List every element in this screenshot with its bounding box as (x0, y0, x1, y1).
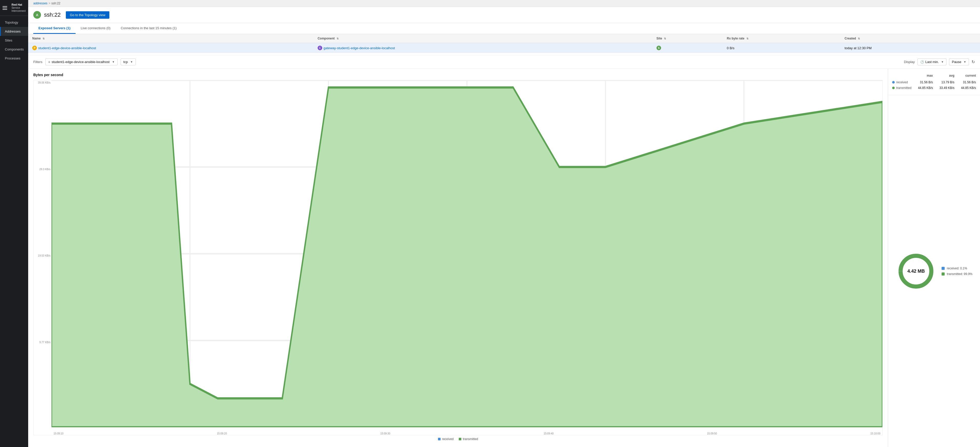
component-badge: C (318, 46, 322, 50)
main-content: addresses > ssh:22 A ssh:22 Go to the To… (28, 0, 980, 447)
x-label-5: 15:10:00 (870, 432, 880, 435)
stats-header: max avg current (892, 73, 976, 80)
stats-dot-received (892, 81, 895, 83)
tabs-bar: Exposed Servers (1) Live connections (0)… (28, 23, 980, 34)
donut-legend-transmitted: transmitted: 99.9% (942, 272, 972, 276)
sort-rx-icon: ⇅ (746, 37, 748, 40)
y-label-4: 39.06 KB/s (33, 81, 51, 84)
tab-recent-connections[interactable]: Connections in the last 15 minutes (1) (116, 23, 181, 34)
chart-svg (51, 80, 882, 427)
col-header-created[interactable]: Created ⇅ (840, 34, 980, 43)
cell-site: S (652, 43, 723, 53)
component-link[interactable]: gateway-student1-edge-device-ansible-loc… (323, 46, 395, 50)
sidebar-item-addresses[interactable]: Addresses (0, 27, 28, 36)
pause-label: Pause (952, 60, 961, 64)
refresh-icon[interactable]: ↻ (972, 59, 975, 64)
hamburger-icon[interactable] (3, 6, 7, 10)
chart-title: Bytes per second (33, 73, 883, 77)
table-row[interactable]: P student1-edge-device-ansible-localhost… (28, 43, 980, 53)
donut-legend: received: 0.1% transmitted: 99.9% (942, 267, 972, 276)
filter-protocol-select[interactable]: tcp ▼ (121, 58, 136, 65)
redhat-logo (9, 4, 10, 12)
filter-protocol-value: tcp (124, 60, 128, 64)
stats-header-avg: avg (934, 74, 955, 77)
cell-created: today at 12:30 PM (840, 43, 980, 53)
x-label-3: 15:09:40 (544, 432, 554, 435)
legend-transmitted-dot (459, 438, 461, 440)
name-badge: P (32, 46, 37, 50)
col-header-name[interactable]: Name ⇅ (28, 34, 313, 43)
time-display-select[interactable]: 🕐 Last min. ▼ (918, 58, 947, 65)
col-header-site[interactable]: Site ⇅ (652, 34, 723, 43)
x-label-4: 15:09:50 (707, 432, 717, 435)
donut-chart: 4.42 MB (896, 251, 937, 292)
breadcrumb-parent-link[interactable]: addresses (33, 2, 48, 5)
breadcrumb-separator: > (48, 2, 50, 5)
sort-component-icon: ⇅ (337, 37, 339, 40)
cell-rx-rate: 0 B/s (723, 43, 841, 53)
breadcrumb: addresses > ssh:22 (28, 0, 980, 7)
col-header-component[interactable]: Component ⇅ (313, 34, 652, 43)
sidebar-item-processes[interactable]: Processes (0, 54, 28, 63)
filter-name-select[interactable]: ≡ student1-edge-device-ansible-localhost… (45, 58, 117, 65)
filters-label: Filters (33, 60, 42, 64)
pause-select[interactable]: Pause ▼ (949, 58, 969, 65)
svg-point-0 (9, 8, 10, 8)
tab-exposed-servers[interactable]: Exposed Servers (1) (33, 23, 76, 34)
filters-row: Filters ≡ student1-edge-device-ansible-l… (28, 55, 980, 69)
brand: Red Hat Service Interconnect (11, 3, 25, 13)
tab-live-connections[interactable]: Live connections (0) (76, 23, 116, 34)
table-section: Name ⇅ Component ⇅ Site ⇅ Rx byte rate ⇅ (28, 34, 980, 55)
svg-marker-11 (51, 88, 882, 427)
stats-avg-received: 13.79 B/s (934, 80, 955, 84)
server-name-link[interactable]: student1-edge-device-ansible-localhost (38, 46, 96, 50)
filter-name-value: student1-edge-device-ansible-localhost (51, 60, 109, 64)
sort-site-icon: ⇅ (664, 37, 666, 40)
sort-name-icon: ⇅ (43, 37, 45, 40)
stats-row-received: received 31.56 B/s 13.79 B/s 31.56 B/s (892, 80, 976, 85)
stats-max-transmitted: 44.85 KB/s (912, 86, 933, 90)
chart-legend: received transmitted (33, 435, 883, 443)
sidebar-item-sites[interactable]: Sites (0, 36, 28, 45)
stats-avg-transmitted: 33.49 KB/s (934, 86, 955, 90)
stats-current-transmitted: 44.85 KB/s (955, 86, 976, 90)
legend-received-label: received (442, 437, 453, 441)
legend-received-dot (438, 438, 441, 440)
filter1-chevron-icon: ▼ (112, 61, 115, 63)
brand-sub: Service Interconnect (11, 6, 25, 13)
cell-name: P student1-edge-device-ansible-localhost (28, 43, 313, 53)
donut-center: 4.42 MB (907, 268, 925, 274)
site-badge: S (657, 46, 661, 50)
sidebar-nav: Topology Addresses Sites Components Proc… (0, 16, 28, 447)
stats-header-max: max (912, 74, 933, 77)
sidebar: Red Hat Service Interconnect Topology Ad… (0, 0, 28, 447)
display-label: Display (904, 60, 915, 64)
x-axis: 15:09:10 15:09:20 15:09:30 15:09:40 15:0… (51, 432, 882, 435)
sidebar-item-topology[interactable]: Topology (0, 18, 28, 27)
cell-component: C gateway-student1-edge-device-ansible-l… (313, 43, 652, 53)
filter2-chevron-icon: ▼ (130, 61, 133, 63)
stats-header-current: current (955, 74, 976, 77)
donut-legend-received: received: 0.1% (942, 267, 972, 270)
display-controls: Display 🕐 Last min. ▼ Pause ▼ ↻ (904, 58, 975, 65)
breadcrumb-current: ssh:22 (51, 2, 60, 5)
chart-area: Bytes per second 39.06 KB/s 29.3 KB/s 19… (28, 69, 888, 447)
legend-received: received (438, 437, 453, 441)
page-title: ssh:22 (44, 11, 61, 18)
stats-current-received: 31.56 B/s (955, 80, 976, 84)
exposed-servers-table: Name ⇅ Component ⇅ Site ⇅ Rx byte rate ⇅ (28, 34, 980, 53)
donut-area: 4.42 MB received: 0.1% transmitted: 99.9… (888, 95, 980, 447)
y-label-1: 9.77 KB/s (33, 341, 51, 344)
donut-dot-transmitted (942, 273, 945, 276)
col-header-rx[interactable]: Rx byte rate ⇅ (723, 34, 841, 43)
chart-container: 39.06 KB/s 29.3 KB/s 19.53 KB/s 9.77 KB/… (33, 80, 883, 435)
topology-button[interactable]: Go to the Topology view (66, 11, 110, 19)
sidebar-item-components[interactable]: Components (0, 45, 28, 54)
stats-dot-transmitted (892, 87, 895, 89)
page-header: A ssh:22 Go to the Topology view (28, 7, 980, 23)
x-label-1: 15:09:20 (217, 432, 227, 435)
stats-header-name (892, 74, 912, 77)
legend-transmitted: transmitted (459, 437, 478, 441)
sort-created-icon: ⇅ (858, 37, 860, 40)
chart-section: Bytes per second 39.06 KB/s 29.3 KB/s 19… (28, 69, 980, 447)
